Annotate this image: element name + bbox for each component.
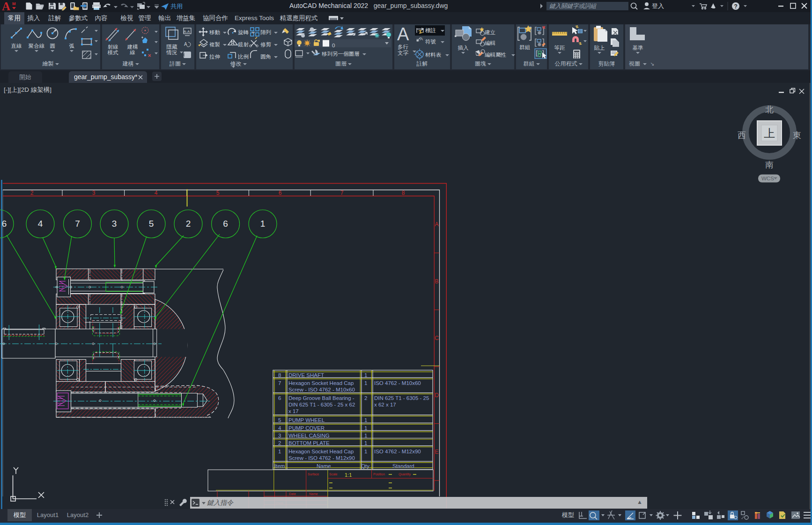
svg-text:7: 7: [278, 380, 281, 386]
svg-text:Deep Groove Ball Bearing -: Deep Groove Ball Bearing -: [288, 395, 354, 401]
svg-text:DIN 625 T1 - 6305 - 25 x 62: DIN 625 T1 - 6305 - 25 x 62: [288, 402, 355, 407]
svg-text:[-][上][2D 線架構]: [-][上][2D 線架構]: [4, 86, 52, 93]
svg-text:A: A: [184, 42, 187, 47]
svg-text:6: 6: [278, 395, 281, 401]
svg-text:1: 1: [278, 449, 281, 454]
svg-text:共用: 共用: [170, 3, 183, 10]
svg-text:x 17: x 17: [288, 408, 299, 414]
svg-text:Hexagon Socket Head Cap: Hexagon Socket Head Cap: [288, 449, 354, 454]
svg-text:B: B: [435, 278, 438, 285]
svg-text:8: 8: [402, 190, 405, 196]
svg-text:A: A: [397, 24, 409, 44]
svg-text:1: 1: [364, 449, 367, 454]
svg-text:2: 2: [364, 395, 367, 401]
svg-text:DRIVE SHAFT: DRIVE SHAFT: [288, 372, 324, 378]
svg-text:Quantity: Quantity: [399, 473, 411, 476]
svg-text:1: 1: [364, 425, 367, 431]
svg-text:2: 2: [30, 190, 34, 196]
svg-text:8: 8: [278, 372, 281, 378]
svg-text:Name: Name: [309, 492, 318, 495]
svg-text:登入: 登入: [652, 2, 664, 9]
svg-text:東: 東: [793, 131, 801, 140]
svg-text:Name: Name: [317, 463, 331, 469]
svg-text:DIN 625 T1 - 6305 - 25: DIN 625 T1 - 6305 - 25: [374, 395, 429, 401]
svg-text:6: 6: [279, 190, 282, 196]
svg-text:3: 3: [112, 219, 117, 229]
svg-text:Standard: Standard: [392, 463, 414, 469]
svg-text:PUMP COVER: PUMP COVER: [288, 425, 325, 431]
svg-text:1:1: 1:1: [345, 472, 352, 478]
svg-text:5: 5: [216, 190, 220, 196]
svg-text:3: 3: [92, 190, 96, 196]
svg-text:鍵入關鍵字或詞組: 鍵入關鍵字或詞組: [549, 3, 597, 9]
svg-text:Scale: Scale: [329, 473, 338, 476]
svg-text:Position: Position: [373, 473, 385, 476]
svg-text:Hexagon Socket Head Cap: Hexagon Socket Head Cap: [288, 380, 354, 386]
svg-text:Surface: Surface: [308, 473, 319, 476]
svg-text:2: 2: [186, 219, 191, 229]
svg-text:PUMP WHEEL: PUMP WHEEL: [288, 417, 325, 423]
svg-text:西: 西: [738, 131, 746, 140]
svg-text:6: 6: [2, 219, 7, 229]
svg-text:E: E: [435, 449, 438, 455]
svg-text:Qty: Qty: [361, 463, 369, 469]
svg-text:4: 4: [38, 219, 43, 229]
svg-text:A-A: A-A: [184, 30, 190, 34]
svg-text:D: D: [435, 392, 439, 399]
svg-text:7: 7: [340, 190, 344, 196]
svg-text:5: 5: [278, 417, 281, 423]
svg-text:7: 7: [75, 219, 80, 229]
svg-text:ISO 4762 - M12x90: ISO 4762 - M12x90: [374, 449, 421, 454]
svg-text:3: 3: [278, 433, 281, 438]
svg-text:南: 南: [765, 160, 774, 170]
svg-text:BOTTOM PLATE: BOTTOM PLATE: [288, 440, 330, 446]
svg-text:Screw - ISO 4762 - M10x60: Screw - ISO 4762 - M10x60: [288, 387, 355, 392]
svg-text:1: 1: [364, 433, 367, 438]
svg-text:A: A: [420, 37, 423, 41]
svg-text:上: 上: [764, 127, 775, 140]
svg-text:6: 6: [223, 219, 228, 229]
svg-text:ISO 4762 - M10x60: ISO 4762 - M10x60: [374, 380, 421, 386]
svg-text:1: 1: [364, 417, 367, 423]
svg-text:A: A: [2, 0, 10, 12]
svg-text:M: M: [12, 1, 16, 6]
svg-text:?: ?: [734, 3, 738, 10]
svg-text:5: 5: [149, 219, 154, 229]
svg-text:Date: Date: [289, 492, 296, 495]
svg-text:Screw - ISO 4762 - M12x90: Screw - ISO 4762 - M12x90: [288, 455, 355, 461]
svg-text:1: 1: [364, 372, 367, 378]
svg-text:1: 1: [260, 219, 266, 229]
svg-text:WHEEL CASING: WHEEL CASING: [288, 433, 330, 438]
svg-text:A: A: [435, 221, 438, 228]
svg-text:2: 2: [278, 440, 281, 446]
svg-text:北: 北: [765, 105, 774, 114]
svg-text:1: 1: [364, 440, 367, 446]
svg-text:4: 4: [278, 425, 281, 431]
svg-text:WCS: WCS: [761, 176, 774, 181]
svg-text:x 62 x 17: x 62 x 17: [374, 402, 396, 407]
svg-text:1: 1: [364, 380, 367, 386]
svg-text:Item: Item: [274, 463, 285, 469]
svg-text:4: 4: [155, 190, 158, 196]
svg-text:C: C: [435, 335, 439, 341]
